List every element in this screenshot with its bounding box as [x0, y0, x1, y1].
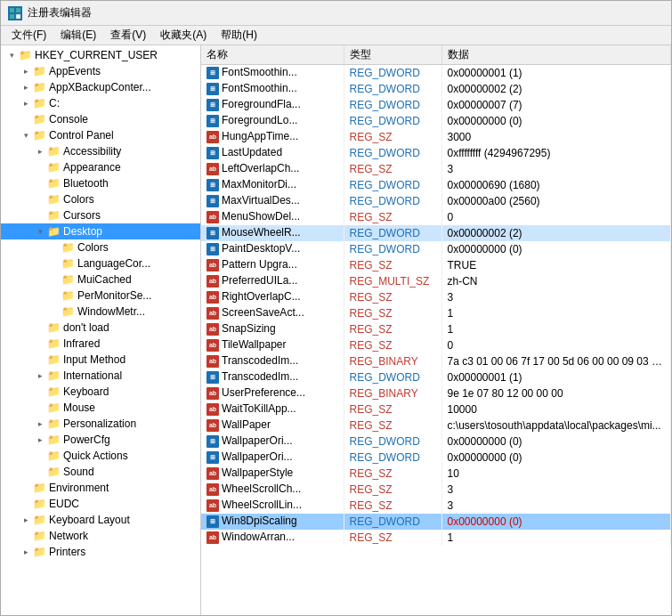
- expander-controlpanel[interactable]: ▾: [19, 131, 33, 140]
- registry-cell-type: REG_SZ: [344, 161, 441, 177]
- registry-row[interactable]: ⊞MouseWheelR...REG_DWORD0x00000002 (2): [201, 225, 671, 241]
- reg-type-icon: ab: [206, 163, 219, 175]
- registry-row[interactable]: ⊞FontSmoothin...REG_DWORD0x00000001 (1): [201, 65, 671, 81]
- registry-row[interactable]: abRightOverlapC...REG_SZ3: [201, 289, 671, 305]
- tree-item-keyboardlayout[interactable]: ▸📁Keyboard Layout: [1, 512, 200, 528]
- registry-row[interactable]: ⊞MaxVirtualDes...REG_DWORD0x00000a00 (25…: [201, 193, 671, 209]
- tree-item-desktopcolors[interactable]: 📁Colors: [1, 239, 200, 255]
- registry-row[interactable]: ⊞FontSmoothin...REG_DWORD0x00000002 (2): [201, 81, 671, 97]
- tree-item-accessibility[interactable]: ▸📁Accessibility: [1, 143, 200, 159]
- tree-item-console[interactable]: 📁Console: [1, 111, 200, 127]
- registry-cell-name: abWheelScrollCh...: [201, 482, 344, 498]
- tree-item-network[interactable]: 📁Network: [1, 528, 200, 544]
- expander-appevents[interactable]: ▸: [19, 67, 33, 76]
- registry-row[interactable]: ⊞LastUpdatedREG_DWORD0xffffffff (4294967…: [201, 145, 671, 161]
- tree-item-printers[interactable]: ▸📁Printers: [1, 544, 200, 560]
- registry-cell-data: 3: [441, 482, 671, 498]
- tree-item-international[interactable]: ▸📁International: [1, 368, 200, 384]
- reg-type-icon: ⊞: [206, 435, 219, 448]
- registry-row[interactable]: abMenuShowDel...REG_SZ0: [201, 209, 671, 225]
- expander-printers[interactable]: ▸: [19, 547, 33, 556]
- registry-row[interactable]: abWheelScrollLin...REG_SZ3: [201, 498, 671, 514]
- tree-item-c[interactable]: ▸📁C:: [1, 95, 200, 111]
- tree-item-inputmethod[interactable]: 📁Input Method: [1, 352, 200, 368]
- tree-item-muicached[interactable]: 📁MuiCached: [1, 272, 200, 288]
- tree-item-colors[interactable]: 📁Colors: [1, 191, 200, 207]
- registry-row[interactable]: abUserPreference...REG_BINARY9e 1e 07 80…: [201, 385, 671, 401]
- col-header-type[interactable]: 类型: [344, 45, 441, 65]
- menu-view[interactable]: 查看(V): [103, 26, 153, 45]
- registry-row[interactable]: abWallPaperREG_SZc:\users\tosouth\appdat…: [201, 417, 671, 434]
- registry-row[interactable]: ⊞TranscodedIm...REG_DWORD0x00000001 (1): [201, 369, 671, 385]
- tree-item-sound[interactable]: 📁Sound: [1, 464, 200, 480]
- registry-cell-name: ⊞ForegroundLo...: [201, 113, 344, 129]
- registry-cell-type: REG_DWORD: [344, 145, 441, 161]
- tree-item-mouse[interactable]: 📁Mouse: [1, 400, 200, 416]
- expander-c[interactable]: ▸: [19, 99, 33, 108]
- registry-row[interactable]: abSnapSizingREG_SZ1: [201, 321, 671, 337]
- expander-personalization[interactable]: ▸: [33, 419, 47, 428]
- menu-help[interactable]: 帮助(H): [214, 26, 264, 45]
- tree-item-languagecor[interactable]: 📁LanguageCor...: [1, 255, 200, 272]
- registry-row[interactable]: ⊞WallpaperOri...REG_DWORD0x00000000 (0): [201, 434, 671, 450]
- registry-row[interactable]: abScreenSaveAct...REG_SZ1: [201, 305, 671, 321]
- reg-type-icon: ⊞: [206, 147, 219, 159]
- registry-cell-name: ⊞FontSmoothin...: [201, 81, 344, 97]
- registry-row[interactable]: ⊞Win8DpiScalingREG_DWORD0x00000000 (0): [201, 514, 671, 530]
- tree-item-personalization[interactable]: ▸📁Personalization: [1, 416, 200, 432]
- tree-panel[interactable]: ▾📁HKEY_CURRENT_USER▸📁AppEvents▸📁AppXBack…: [1, 45, 201, 615]
- registry-row[interactable]: abTranscodedIm...REG_BINARY7a c3 01 00 0…: [201, 353, 671, 369]
- registry-row[interactable]: abWheelScrollCh...REG_SZ3: [201, 482, 671, 498]
- tree-item-keyboard[interactable]: 📁Keyboard: [1, 384, 200, 400]
- registry-panel[interactable]: 名称 类型 数据 ⊞FontSmoothin...REG_DWORD0x0000…: [201, 45, 671, 615]
- tree-item-powercfg[interactable]: ▸📁PowerCfg: [1, 432, 200, 448]
- tree-item-desktop[interactable]: ▾📁Desktop: [1, 223, 200, 239]
- registry-row[interactable]: abHungAppTime...REG_SZ3000: [201, 129, 671, 145]
- registry-cell-name: abWindowArran...: [201, 530, 344, 546]
- registry-cell-data: TRUE: [441, 257, 671, 273]
- tree-item-environment[interactable]: 📁Environment: [1, 480, 200, 496]
- tree-item-controlpanel[interactable]: ▾📁Control Panel: [1, 127, 200, 143]
- expander-powercfg[interactable]: ▸: [33, 435, 47, 444]
- col-header-data[interactable]: 数据: [441, 45, 671, 65]
- registry-cell-data: 0x00000001 (1): [441, 65, 671, 81]
- registry-row[interactable]: ⊞WallpaperOri...REG_DWORD0x00000000 (0): [201, 450, 671, 466]
- tree-item-dontload[interactable]: 📁don't load: [1, 320, 200, 336]
- registry-row[interactable]: ⊞MaxMonitorDi...REG_DWORD0x00000690 (168…: [201, 177, 671, 193]
- registry-row[interactable]: ⊞PaintDesktopV...REG_DWORD0x00000000 (0): [201, 241, 671, 257]
- registry-row[interactable]: abTileWallpaperREG_SZ0: [201, 337, 671, 353]
- tree-label-appearance: Appearance: [63, 161, 121, 174]
- registry-name-text: WaitToKillApp...: [222, 402, 296, 415]
- registry-row[interactable]: ⊞ForegroundFla...REG_DWORD0x00000007 (7): [201, 97, 671, 113]
- registry-row[interactable]: abWaitToKillApp...REG_SZ10000: [201, 401, 671, 417]
- registry-cell-type: REG_SZ: [344, 466, 441, 482]
- tree-item-permonitors[interactable]: 📁PerMonitorSe...: [1, 288, 200, 304]
- tree-item-cursors[interactable]: 📁Cursors: [1, 207, 200, 223]
- tree-item-appxbackup[interactable]: ▸📁AppXBackupConter...: [1, 79, 200, 95]
- menu-favorites[interactable]: 收藏夹(A): [153, 26, 214, 45]
- tree-item-bluetooth[interactable]: 📁Bluetooth: [1, 175, 200, 191]
- expander-accessibility[interactable]: ▸: [33, 147, 47, 156]
- registry-row[interactable]: abPreferredUILa...REG_MULTI_SZzh-CN: [201, 273, 671, 289]
- registry-row[interactable]: abLeftOverlapCh...REG_SZ3: [201, 161, 671, 177]
- menu-edit[interactable]: 编辑(E): [53, 26, 103, 45]
- registry-row[interactable]: abPattern Upgra...REG_SZTRUE: [201, 257, 671, 273]
- expander-keyboardlayout[interactable]: ▸: [19, 515, 33, 524]
- folder-icon-languagecor: 📁: [61, 257, 76, 270]
- tree-item-appearance[interactable]: 📁Appearance: [1, 159, 200, 175]
- registry-row[interactable]: abWindowArran...REG_SZ1: [201, 530, 671, 546]
- registry-row[interactable]: ⊞ForegroundLo...REG_DWORD0x00000000 (0): [201, 113, 671, 129]
- expander-desktop[interactable]: ▾: [33, 227, 47, 236]
- tree-item-eudc[interactable]: 📁EUDC: [1, 496, 200, 512]
- col-header-name[interactable]: 名称: [201, 45, 344, 65]
- registry-row[interactable]: abWallpaperStyleREG_SZ10: [201, 466, 671, 482]
- expander-international[interactable]: ▸: [33, 371, 47, 380]
- tree-item-hkcu[interactable]: ▾📁HKEY_CURRENT_USER: [1, 47, 200, 63]
- menu-file[interactable]: 文件(F): [4, 26, 53, 45]
- tree-item-quickactions[interactable]: 📁Quick Actions: [1, 448, 200, 464]
- tree-item-windowmetr[interactable]: 📁WindowMetr...: [1, 304, 200, 320]
- expander-hkcu[interactable]: ▾: [4, 51, 19, 60]
- tree-item-appevents[interactable]: ▸📁AppEvents: [1, 63, 200, 79]
- expander-appxbackup[interactable]: ▸: [19, 83, 33, 92]
- tree-item-infrared[interactable]: 📁Infrared: [1, 336, 200, 352]
